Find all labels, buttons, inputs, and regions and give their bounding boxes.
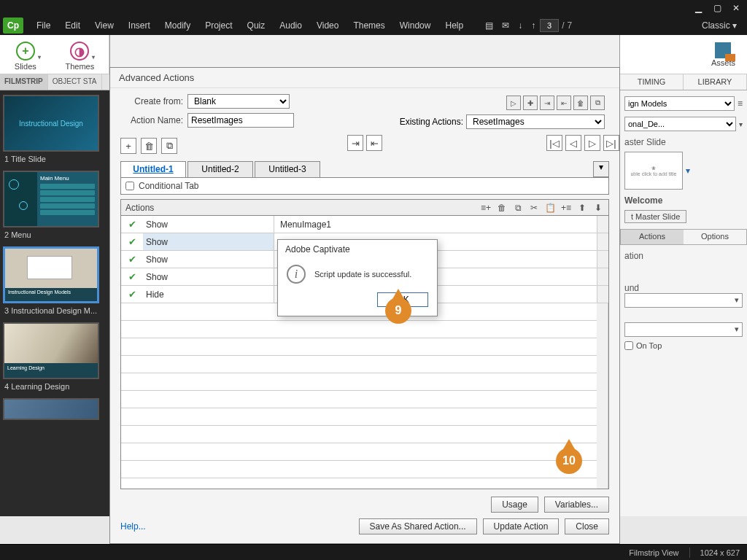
master-select[interactable]: onal_De... [624,117,736,131]
aa-tab-1[interactable]: Untitled-1 [120,161,186,177]
reset-master-button[interactable]: t Master Slide [624,210,686,223]
menu-file[interactable]: File [29,20,58,31]
help-link[interactable]: Help... [120,521,146,532]
slides-tool[interactable]: +▾ Slides [15,42,36,71]
filmstrip[interactable]: Instructional Design 1 Title Slide Main … [0,90,109,516]
last-tab-button[interactable]: ▷| [603,135,619,151]
save-shared-button[interactable]: Save As Shared Action... [359,518,477,534]
ation-label: ation [624,251,743,261]
paste-tab-button[interactable]: ⇤ [366,135,382,151]
subtab-options[interactable]: Options [684,230,746,244]
add-row-icon[interactable]: ≡+ [480,203,492,213]
action-name-label: Action Name: [125,115,183,125]
update-action-button[interactable]: Update Action [483,518,560,534]
tab-filmstrip[interactable]: FILMSTRIP [0,74,48,90]
tab-object-states[interactable]: OBJECT STA [48,74,102,90]
usage-button[interactable]: Usage [491,497,538,513]
aa-tab-dropdown[interactable]: ▾ [593,161,609,177]
add-tab-button[interactable]: + [120,138,136,154]
chevron-down-icon[interactable]: ▾ [686,166,690,176]
thumb-3[interactable]: Instructional Design Models 3 Instructio… [3,246,107,315]
master-preview[interactable]: ❀ uble click to add title [624,152,683,190]
menu-help[interactable]: Help [438,20,471,31]
minimize-button[interactable]: ▁ [692,3,705,13]
duplicate-action-icon[interactable]: ⧉ [590,96,605,110]
close-window-button[interactable]: ✕ [729,3,743,13]
menu-video[interactable]: Video [309,20,346,31]
callout-10: 10 [556,448,582,474]
row-action[interactable]: Show [143,233,274,250]
row-action[interactable]: Hide [143,286,274,303]
assets-button[interactable]: Assets [711,42,735,67]
aa-tab-3[interactable]: Untitled-3 [255,161,320,177]
thumb-5[interactable] [3,398,107,420]
duplicate-tab-button[interactable]: ⧉ [161,138,177,154]
thumb-1[interactable]: Instructional Design 1 Title Slide [3,95,107,163]
menu-edit[interactable]: Edit [58,20,88,31]
status-dimensions: 1024 x 627 [700,548,740,557]
page-current-input[interactable] [540,19,559,32]
menu-view[interactable]: View [88,20,121,31]
import-action-icon[interactable]: ⇥ [540,96,554,110]
move-down-icon[interactable]: ⬇ [592,203,604,213]
row-action[interactable]: Show [143,216,274,233]
thumb-2[interactable]: Main Menu 2 Menu [3,171,107,239]
master-slide-label: aster Slide [624,137,743,147]
themes-tool[interactable]: ◑▾ Themes [65,42,94,71]
menu-insert[interactable]: Insert [121,20,158,31]
menu-themes[interactable]: Themes [346,20,392,31]
workspace-switcher[interactable]: Classic ▾ [702,20,737,31]
chevron-icon[interactable]: ▾ [739,120,743,128]
prev-tab-button[interactable]: ◁ [565,135,581,151]
export-action-icon[interactable]: ⇤ [557,96,571,110]
download-icon[interactable]: ↓ [514,20,527,31]
subtab-actions[interactable]: Actions [621,230,684,244]
insert-row-icon[interactable]: +≡ [560,203,572,213]
menu-window[interactable]: Window [392,20,438,31]
welcome-label: Welcome [624,195,743,206]
close-button[interactable]: Close [565,518,609,534]
maximize-button[interactable]: ▢ [711,3,724,13]
create-from-select[interactable]: Blank [187,94,290,109]
copy-tab-button[interactable]: ⇥ [347,135,363,151]
next-tab-button[interactable]: ▷ [584,135,600,151]
menu-project[interactable]: Project [198,20,239,31]
background-select[interactable] [624,293,743,308]
tab-timing[interactable]: TIMING [620,74,684,90]
quality-select[interactable] [624,322,743,337]
conditional-checkbox[interactable] [125,182,134,190]
menu-audio[interactable]: Audio [272,20,309,31]
row-action[interactable]: Show [143,251,274,268]
copy-row-icon[interactable]: ⧉ [512,203,524,213]
mail-icon[interactable]: ✉ [498,20,514,31]
delete-tab-button[interactable]: 🗑 [141,138,157,154]
existing-actions-label: Existing Actions: [400,117,463,127]
preview-action-icon[interactable]: ▷ [506,96,521,110]
cut-row-icon[interactable]: ✂ [528,203,540,213]
thumb-4[interactable]: Learning Design 4 Learning Design [3,322,107,391]
delete-action-icon[interactable]: 🗑 [573,96,588,110]
first-tab-button[interactable]: |◁ [546,135,562,151]
row-target[interactable]: MenuImage1 [274,219,597,230]
variables-button[interactable]: Variables... [544,497,609,513]
menu-icon[interactable]: ≡ [738,98,743,109]
action-name-input[interactable] [187,113,294,128]
paste-row-icon[interactable]: 📋 [544,203,556,213]
existing-actions-select[interactable]: ResetImages [466,114,605,129]
tab-library[interactable]: LIBRARY [684,74,747,90]
upload-icon[interactable]: ↑ [527,20,540,31]
ontop-checkbox[interactable] [624,341,633,350]
theme-select[interactable]: ign Models [624,96,735,111]
menu-modify[interactable]: Modify [158,20,198,31]
aa-tab-2[interactable]: Untitled-2 [187,161,253,177]
row-action[interactable]: Show [143,268,274,285]
delete-row-icon[interactable]: 🗑 [496,203,508,213]
master-preview-text: uble click to add title [630,171,676,176]
add-action-icon[interactable]: ✚ [523,96,538,110]
menu-quiz[interactable]: Quiz [240,20,273,31]
right-tabs: TIMING LIBRARY [620,74,747,90]
comment-icon[interactable]: ▤ [481,20,498,31]
message-box: Adobe Captivate i Script update is succe… [277,239,438,316]
move-up-icon[interactable]: ⬆ [576,203,588,213]
thumb-2-title: Main Menu [40,175,95,182]
